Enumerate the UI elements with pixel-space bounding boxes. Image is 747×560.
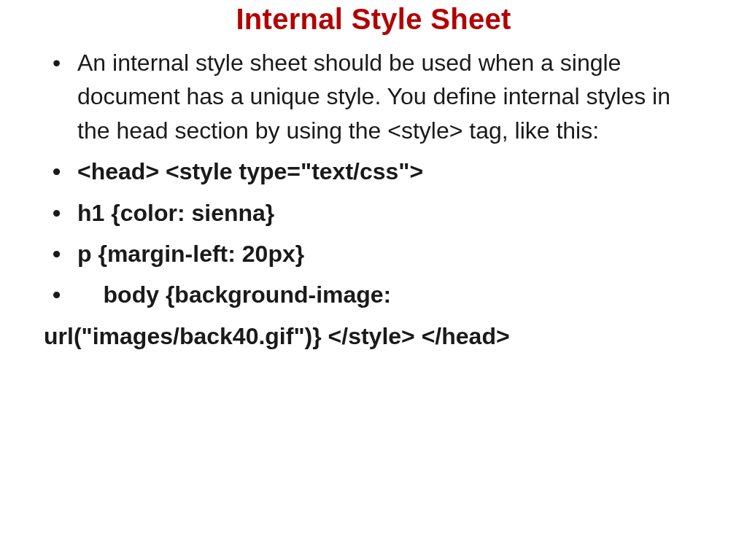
bullet-item-3: h1 {color: sienna} bbox=[44, 196, 703, 230]
bullet-item-2: <head> <style type="text/css"> bbox=[44, 155, 703, 188]
bullet-list: An internal style sheet should be used w… bbox=[44, 46, 703, 312]
slide-title: Internal Style Sheet bbox=[44, 0, 703, 46]
bullet-text-1: An internal style sheet should be used w… bbox=[77, 50, 670, 144]
slide: Internal Style Sheet An internal style s… bbox=[0, 0, 747, 560]
bullet-text-2: <head> <style type="text/css"> bbox=[77, 158, 423, 184]
bullet-text-5: body {background-image: bbox=[77, 281, 391, 308]
bullet-item-5: body {background-image: bbox=[44, 278, 703, 311]
trailing-line: url("images/back40.gif")} </style> </hea… bbox=[44, 319, 703, 353]
bullet-text-3: h1 {color: sienna} bbox=[77, 200, 274, 226]
bullet-item-1: An internal style sheet should be used w… bbox=[44, 46, 703, 147]
bullet-text-4: p {margin-left: 20px} bbox=[77, 241, 304, 267]
bullet-item-4: p {margin-left: 20px} bbox=[44, 237, 703, 271]
